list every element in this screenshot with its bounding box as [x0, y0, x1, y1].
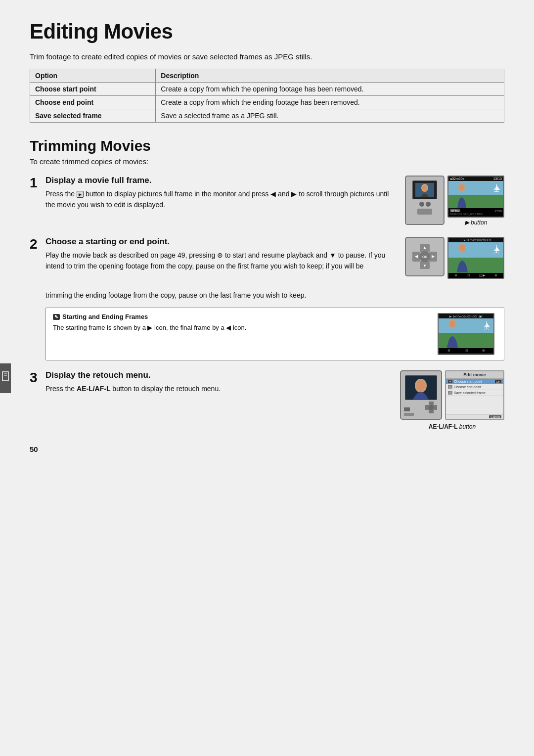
lcd-timer-2: II ●01m45s/02m30s	[461, 238, 491, 242]
lcd-screen-1-container: ●02m30s 13/13	[447, 176, 504, 226]
lcd-main-area-2	[448, 242, 503, 273]
step-2-number: 2	[30, 237, 45, 252]
lcd-fps: 24fps	[494, 209, 502, 212]
table-row: Save selected frameSave a selected frame…	[30, 109, 504, 123]
svg-text:◀: ◀	[415, 254, 418, 259]
menu-item-2: ✁ Choose end point	[446, 384, 503, 390]
note-aside: ▶ [●00m00s/02m30] ▶	[438, 313, 497, 355]
lcd-info-bar: 10003100 DSC_0013 MOV	[448, 213, 503, 216]
step-3-text: Press the AE-L/AF-L button to display th…	[45, 383, 392, 394]
lcd-top-bar-3: ▶ [●00m00s/02m30] ▶	[439, 314, 493, 318]
step-1-number: 1	[30, 176, 45, 191]
person-icon-3	[443, 319, 462, 348]
camera-viewfinder	[412, 180, 437, 199]
menu-item-1-text: Choose start point	[454, 380, 482, 383]
lcd-bottom-bar-2: ⊛ ☑ ◫▶ ⊕	[448, 273, 503, 278]
step-3-number: 3	[30, 370, 45, 386]
table-cell-option: Save selected frame	[30, 109, 156, 123]
svg-rect-29	[429, 409, 434, 413]
table-cell-description: Save a selected frame as a JPEG still.	[156, 109, 504, 123]
options-table: Option Description Choose start pointCre…	[30, 69, 504, 123]
menu-icon-3: ☖	[448, 391, 452, 395]
steps-section: 1 Display a movie full frame. Press the …	[30, 176, 504, 430]
menu-item-1-selected: ✂ Choose start point OK	[446, 379, 503, 384]
lcd-timer: ●02m30s	[450, 177, 464, 180]
ctrl-1	[404, 407, 410, 411]
note-body: The starting frame is shown by a ▶ icon,…	[53, 323, 430, 333]
ae-l-caption-italic: button	[459, 423, 476, 430]
step-1-aside: ●02m30s 13/13	[405, 176, 504, 226]
table-cell-option: Choose start point	[30, 83, 156, 96]
lcd-main-area-3	[439, 318, 493, 348]
lcd-icon-2: ☑	[467, 273, 470, 277]
lcd-play-icon-3: ▶	[449, 314, 452, 318]
svg-point-27	[416, 380, 425, 391]
lcd-ok-play: ⊛Play	[450, 209, 460, 212]
step-3-images-row: Edit movie ✂ Choose start point OK ✁ Cho…	[400, 370, 504, 420]
svg-point-21	[459, 245, 465, 252]
note-title-text: Starting and Ending Frames	[62, 313, 148, 320]
camera-device-1	[405, 176, 445, 225]
svg-text:▲: ▲	[423, 245, 427, 250]
note-box: ✎ Starting and Ending Frames The startin…	[45, 308, 504, 360]
dpad-control: ▲ ▼ ◀ ▶ OK	[405, 237, 445, 276]
sailboat-icon-3	[482, 320, 491, 331]
note-box-content: ✎ Starting and Ending Frames The startin…	[53, 313, 430, 333]
lcd-play-marker: ▶	[479, 315, 483, 318]
table-row: Choose end pointCreate a copy from which…	[30, 96, 504, 109]
camera-buttons	[419, 202, 431, 207]
col-description-header: Description	[156, 69, 504, 83]
menu-item-1-label: ✂ Choose start point	[448, 380, 482, 383]
person-icon-2	[452, 244, 472, 272]
sailboat-icon-2	[492, 244, 501, 255]
svg-point-5	[422, 185, 427, 191]
ae-l-caption-bold: AE-L/AF-L	[429, 423, 458, 430]
camera-btn-2	[426, 202, 431, 207]
lcd-1-caption-text: button	[471, 219, 487, 226]
lcd-bottom-bar-1: ⊛Play 24fps	[448, 208, 503, 213]
table-row: Choose start pointCreate a copy from whi…	[30, 83, 504, 96]
lcd-icon-3: ◫▶	[479, 273, 485, 277]
table-cell-description: Create a copy from which the ending foot…	[156, 96, 504, 109]
menu-item-2-text: Choose end point	[454, 385, 481, 389]
svg-text:OK: OK	[422, 255, 427, 259]
play-button-icon: ▶	[77, 191, 84, 198]
svg-point-8	[459, 184, 464, 190]
menu-icon-1: ✂	[448, 380, 452, 383]
svg-point-24	[449, 320, 455, 327]
side-tab	[0, 363, 11, 393]
camera-btn-1	[419, 202, 424, 207]
svg-rect-0	[2, 372, 8, 381]
step-1-title: Display a movie full frame.	[45, 176, 397, 185]
lcd-1-caption: ▶ button	[465, 219, 488, 226]
step-2-aside: ▲ ▼ ◀ ▶ OK II ●01m45s/02m30s	[405, 237, 504, 279]
trimming-section-intro: To create trimmed copies of movies:	[30, 157, 504, 166]
sailboat-icon	[492, 183, 501, 194]
step-3-aside: Edit movie ✂ Choose start point OK ✁ Cho…	[400, 370, 504, 430]
step-3: 3 Display the retouch menu. Press the AE…	[30, 370, 504, 430]
step-2-continued: trimming the ending footage from the cop…	[45, 290, 504, 301]
step-1-body: Display a movie full frame. Press the ▶ …	[45, 176, 397, 211]
svg-point-32	[429, 405, 434, 410]
step-2-body: Choose a starting or end point. Play the…	[45, 237, 397, 272]
lcd-main-area-1	[448, 181, 503, 208]
dpad-svg: ▲ ▼ ◀ ▶ OK	[410, 242, 440, 271]
menu-bottom: Cancel	[446, 414, 503, 419]
lcd-filename: 10003100 DSC_0013 MOV	[450, 213, 483, 216]
menu-item-3: ☖ Save selected frame	[446, 390, 503, 396]
ae-l-label: AE-L/AF-L	[77, 385, 110, 393]
svg-rect-31	[433, 405, 437, 410]
svg-text:▶: ▶	[432, 254, 435, 259]
svg-rect-28	[429, 401, 434, 405]
step-1-text: Press the ▶ button to display pictures f…	[45, 188, 397, 211]
lcd3-icon-2: ☑	[465, 349, 468, 353]
step-1-images-row: ●02m30s 13/13	[405, 176, 504, 226]
menu-icon-2: ✁	[448, 385, 452, 389]
step-2-title: Choose a starting or end point.	[45, 237, 397, 247]
menu-title: Edit movie	[446, 371, 503, 379]
menu-item-3-text: Save selected frame	[454, 391, 486, 395]
menu-screen: Edit movie ✂ Choose start point OK ✁ Cho…	[445, 370, 504, 420]
dpad-mini	[424, 400, 438, 416]
lcd-screen-2: II ●01m45s/02m30s	[447, 237, 504, 279]
lcd-date: 15/04/2010 12:50:00	[450, 216, 475, 218]
